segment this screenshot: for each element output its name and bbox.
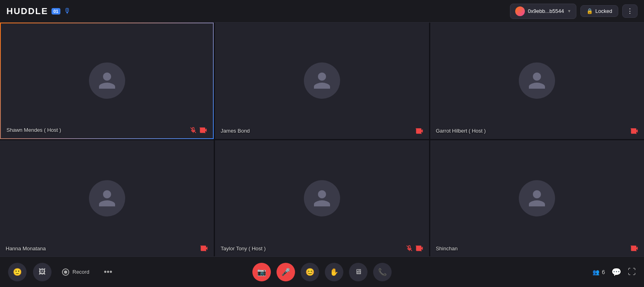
participants-icon: 👥	[592, 269, 599, 275]
call-end-icon: 📞	[378, 268, 387, 277]
chevron-down-icon: ▼	[567, 9, 571, 13]
screen-share-icon: 🖥	[355, 268, 362, 276]
cell-status-icons-taylor	[406, 244, 423, 252]
lock-icon: 🔒	[586, 8, 593, 14]
participant-name-shinchan: Shinchan	[436, 245, 458, 252]
toggle-mic-button[interactable]: 🎤	[277, 263, 295, 281]
participant-name-taylor: Taylor Tony ( Host )	[221, 245, 266, 252]
more-icon: ⋮	[627, 7, 633, 15]
avatar-shinchan	[519, 180, 555, 216]
more-dots-button[interactable]: •••	[100, 265, 116, 279]
cell-footer-shawn: Shawn Mendes ( Host )	[1, 122, 213, 138]
bottom-center-controls: 📷 🎤 😊 ✋ 🖥 📞	[252, 263, 392, 281]
chat-button[interactable]: 💬	[611, 267, 621, 277]
avatar-hanna	[89, 180, 125, 216]
photo-icon: 🖼	[39, 268, 46, 276]
header-right: 0x9ebb...b5544 ▼ 🔒 Locked ⋮	[510, 4, 638, 19]
participant-count[interactable]: 👥 6	[592, 269, 605, 275]
cell-footer-garrot: Garrot Hilbert ( Host )	[430, 123, 644, 139]
locked-button[interactable]: 🔒 Locked	[580, 5, 618, 17]
cell-footer-shinchan: Shinchan	[430, 240, 644, 256]
call-end-button[interactable]: 📞	[373, 263, 392, 281]
cell-status-icons-garrot	[630, 127, 638, 135]
avatar-shawn	[89, 62, 125, 99]
cam-muted-icon	[630, 244, 638, 252]
bottom-left-controls: 🙂 🖼 Record •••	[8, 263, 116, 281]
cell-footer-taylor: Taylor Tony ( Host )	[215, 240, 429, 256]
photo-button[interactable]: 🖼	[33, 263, 52, 281]
video-cell-james: James Bond	[215, 23, 429, 139]
cell-status-icons-hanna	[200, 244, 208, 252]
mic-off-icon: 🎤	[281, 268, 290, 277]
emoji-icon: 🙂	[13, 268, 22, 277]
locked-label: Locked	[595, 8, 612, 14]
participant-name-garrot: Garrot Hilbert ( Host )	[436, 128, 486, 134]
microphone-icon: 🎙	[64, 7, 71, 15]
avatar-taylor	[304, 180, 340, 216]
cell-status-icons-shawn	[190, 126, 207, 134]
wallet-button[interactable]: 0x9ebb...b5544 ▼	[510, 4, 577, 19]
record-button[interactable]: Record	[58, 266, 93, 278]
video-grid: Shawn Mendes ( Host )James BondGarrot Hi…	[0, 23, 644, 256]
screen-share-button[interactable]: 🖥	[349, 263, 367, 281]
mic-muted-icon	[406, 245, 413, 252]
wallet-address: 0x9ebb...b5544	[528, 8, 564, 14]
emoji-reaction-icon: 😊	[305, 268, 314, 277]
participants-number: 6	[602, 269, 605, 275]
cam-muted-icon	[199, 126, 207, 134]
video-cell-garrot: Garrot Hilbert ( Host )	[430, 23, 644, 139]
video-cell-shinchan: Shinchan	[430, 140, 644, 257]
reaction-button[interactable]: 😊	[301, 263, 319, 281]
cam-muted-icon	[200, 244, 208, 252]
emoji-button[interactable]: 🙂	[8, 263, 27, 281]
avatar-garrot	[519, 62, 555, 99]
bottom-bar: 🙂 🖼 Record ••• 📷 🎤 😊 ✋ 🖥	[0, 256, 644, 287]
cam-muted-icon	[630, 127, 638, 135]
logo-badge: 01	[52, 8, 60, 15]
raise-hand-icon: ✋	[330, 268, 339, 277]
video-off-icon: 📷	[257, 268, 266, 277]
cam-muted-icon	[415, 244, 423, 252]
video-cell-shawn: Shawn Mendes ( Host )	[0, 23, 214, 139]
wallet-avatar	[515, 6, 525, 16]
more-options-button[interactable]: ⋮	[622, 4, 638, 18]
expand-button[interactable]: ⛶	[628, 267, 636, 277]
cell-status-icons-shinchan	[630, 244, 638, 252]
cell-footer-hanna: Hanna Monatana	[0, 240, 214, 256]
avatar-james	[304, 62, 340, 99]
cell-footer-james: James Bond	[215, 123, 429, 139]
video-cell-hanna: Hanna Monatana	[0, 140, 214, 257]
record-dot-icon	[62, 268, 69, 276]
record-label: Record	[72, 269, 89, 275]
cell-status-icons-james	[415, 127, 423, 135]
participant-name-hanna: Hanna Monatana	[6, 245, 46, 252]
cam-muted-icon	[415, 127, 423, 135]
toggle-video-button[interactable]: 📷	[252, 263, 271, 281]
bottom-right-controls: 👥 6 💬 ⛶	[592, 267, 636, 277]
participant-name-shawn: Shawn Mendes ( Host )	[6, 127, 61, 133]
logo-text: HUDDLE	[6, 6, 48, 17]
mic-muted-icon	[190, 127, 197, 134]
logo: HUDDLE 01 🎙	[6, 6, 71, 17]
expand-icon: ⛶	[628, 267, 636, 276]
ellipsis-icon: •••	[104, 267, 112, 276]
participant-name-james: James Bond	[221, 128, 250, 134]
raise-hand-button[interactable]: ✋	[325, 263, 343, 281]
video-cell-taylor: Taylor Tony ( Host )	[215, 140, 429, 257]
chat-icon: 💬	[611, 268, 621, 277]
header: HUDDLE 01 🎙 0x9ebb...b5544 ▼ 🔒 Locked ⋮	[0, 0, 644, 23]
